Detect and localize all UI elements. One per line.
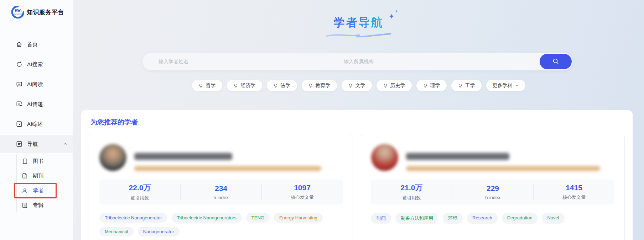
discipline-pill-economics[interactable]: 经济学 bbox=[227, 80, 262, 91]
bulb-icon bbox=[233, 83, 238, 88]
scholar-affiliation-blurred bbox=[134, 166, 321, 171]
discipline-pill-literature[interactable]: 文学 bbox=[342, 80, 372, 91]
research-tag[interactable]: TENG bbox=[246, 213, 270, 223]
brand-logo[interactable]: 经纶 KNOWLEDGE 知识服务平台 bbox=[11, 6, 64, 18]
title-underline-squiggle bbox=[325, 32, 393, 38]
svg-text:KNOWLEDGE: KNOWLEDGE bbox=[14, 13, 23, 15]
stat-citations: 21.0万 被引用数 bbox=[371, 183, 452, 201]
sidebar-item-label: 导航 bbox=[27, 141, 38, 148]
research-tag[interactable]: Degradation bbox=[502, 213, 538, 224]
ai-read-icon: AI bbox=[16, 81, 22, 88]
stat-value: 1415 bbox=[534, 183, 614, 192]
scholar-affiliation-blurred bbox=[406, 166, 600, 171]
main-area: 学者导航 ✦ ✦ 哲学 bbox=[73, 0, 644, 240]
research-tag[interactable]: Energy Harvesting bbox=[274, 213, 323, 223]
brand-title: 知识服务平台 bbox=[27, 8, 64, 16]
more-disciplines-label: 更多学科 bbox=[493, 82, 513, 89]
scholar-cards-row: 22.0万 被引用数 234 h-index 1097 核心发文量 bbox=[89, 134, 625, 240]
sidebar-item-label: 首页 bbox=[27, 41, 38, 48]
brand-logo-icon: 经纶 KNOWLEDGE bbox=[11, 6, 24, 18]
scholar-card[interactable]: 22.0万 被引用数 234 h-index 1097 核心发文量 bbox=[89, 134, 353, 240]
stat-label: h-index bbox=[452, 195, 533, 200]
sidebar-item-label: 学者 bbox=[33, 187, 43, 194]
stat-label: 被引用数 bbox=[371, 195, 452, 201]
discipline-label: 理学 bbox=[430, 82, 440, 89]
discipline-pill-law[interactable]: 法学 bbox=[267, 80, 297, 91]
more-disciplines-dropdown[interactable]: 更多学科 bbox=[486, 80, 525, 91]
stat-value: 21.0万 bbox=[371, 183, 452, 193]
stat-core-publications: 1097 核心发文量 bbox=[262, 183, 343, 201]
research-tag[interactable]: 时间 bbox=[371, 213, 391, 224]
sidebar-item-label: AI阅读 bbox=[27, 81, 43, 88]
recommended-heading: 为您推荐的学者 bbox=[81, 110, 633, 127]
research-tag[interactable]: Nanogenerator bbox=[138, 227, 180, 236]
sidebar-item-home[interactable]: 首页 bbox=[0, 37, 73, 52]
sidebar-item-label: AI搜索 bbox=[27, 61, 43, 68]
stat-hindex: 229 h-index bbox=[452, 184, 533, 200]
stat-citations: 22.0万 被引用数 bbox=[99, 183, 180, 201]
album-icon bbox=[21, 202, 28, 209]
stat-value: 1097 bbox=[262, 183, 343, 192]
bulb-icon bbox=[348, 83, 353, 88]
sidebar-item-label: AI传递 bbox=[27, 101, 43, 108]
scholar-stats: 22.0万 被引用数 234 h-index 1097 核心发文量 bbox=[99, 180, 343, 204]
discipline-pill-science[interactable]: 理学 bbox=[416, 80, 447, 91]
sidebar-item-journals[interactable]: 期刊 bbox=[0, 169, 73, 183]
sidebar-item-books[interactable]: 图书 bbox=[0, 154, 73, 168]
discipline-pill-engineering[interactable]: 工学 bbox=[451, 80, 482, 91]
institution-input[interactable] bbox=[338, 53, 573, 70]
scholar-identity bbox=[134, 144, 321, 171]
bulb-icon bbox=[273, 83, 278, 88]
scholar-card-header bbox=[99, 144, 343, 171]
sidebar-item-scholars[interactable]: 学者 bbox=[0, 183, 73, 198]
research-tag[interactable]: Mechanical bbox=[99, 227, 134, 236]
sidebar-item-ai-review[interactable]: AI综述 bbox=[0, 117, 73, 131]
bulb-icon bbox=[308, 83, 313, 88]
discipline-pill-philosophy[interactable]: 哲学 bbox=[192, 80, 222, 91]
bulb-icon bbox=[423, 83, 428, 88]
svg-text:AI: AI bbox=[18, 83, 20, 85]
sidebar-item-label: 专辑 bbox=[33, 202, 43, 209]
scholar-search-bar bbox=[142, 53, 573, 70]
discipline-label: 经济学 bbox=[241, 82, 256, 89]
discipline-label: 文学 bbox=[355, 82, 365, 89]
research-tag[interactable]: Research bbox=[467, 213, 498, 224]
scholar-card-header bbox=[371, 144, 614, 171]
stat-label: 核心发文量 bbox=[534, 194, 614, 201]
hero: 学者导航 ✦ ✦ bbox=[73, 15, 644, 38]
research-tag[interactable]: Triboelectric Nanogenerator bbox=[99, 213, 167, 223]
discipline-label: 工学 bbox=[465, 82, 475, 89]
discipline-pill-education[interactable]: 教育学 bbox=[302, 80, 337, 91]
research-tag[interactable]: 环境 bbox=[443, 213, 463, 224]
scholar-avatar bbox=[99, 144, 126, 171]
scholar-card[interactable]: 21.0万 被引用数 229 h-index 1415 核心发文量 bbox=[361, 134, 625, 240]
discipline-label: 法学 bbox=[281, 82, 291, 89]
ai-review-icon bbox=[16, 121, 22, 128]
research-tag[interactable]: Novel bbox=[542, 213, 564, 224]
discipline-pill-history[interactable]: 历史学 bbox=[376, 80, 412, 91]
scholar-avatar bbox=[371, 144, 398, 171]
recommended-scholars-panel: 为您推荐的学者 22.0万 被引用数 bbox=[81, 110, 633, 240]
sidebar-item-ai-deliver[interactable]: AI传递 bbox=[0, 97, 73, 111]
scholar-name-blurred bbox=[406, 153, 509, 160]
research-tag[interactable]: 制备方法和应用 bbox=[395, 213, 438, 224]
discipline-filter-row: 哲学 经济学 法学 教育学 文学 历史学 bbox=[73, 80, 644, 91]
sparkle-icon: ✦ bbox=[389, 12, 396, 21]
page: 经纶 KNOWLEDGE 知识服务平台 首页 AI搜索 AI AI阅读 bbox=[0, 0, 644, 240]
sidebar-item-ai-search[interactable]: AI搜索 bbox=[0, 57, 73, 71]
search-button[interactable] bbox=[540, 54, 572, 69]
scholar-name-input[interactable] bbox=[142, 53, 338, 70]
sidebar-item-albums[interactable]: 专辑 bbox=[0, 198, 73, 212]
journal-icon bbox=[21, 172, 28, 179]
scholar-identity bbox=[406, 144, 600, 171]
stat-value: 234 bbox=[181, 184, 261, 193]
ai-deliver-icon bbox=[16, 101, 22, 108]
stat-core-publications: 1415 核心发文量 bbox=[534, 183, 614, 201]
sidebar-item-ai-read[interactable]: AI AI阅读 bbox=[0, 77, 73, 91]
research-tags: 时间 制备方法和应用 环境 Research Degradation Novel bbox=[371, 213, 614, 224]
research-tag[interactable]: Triboelectric Nanogenerators bbox=[172, 213, 242, 223]
chevron-down-icon bbox=[515, 84, 519, 87]
stat-label: h-index bbox=[181, 195, 261, 200]
sidebar-section-navigation[interactable]: 导航 bbox=[0, 135, 73, 153]
bulb-icon bbox=[383, 83, 388, 88]
